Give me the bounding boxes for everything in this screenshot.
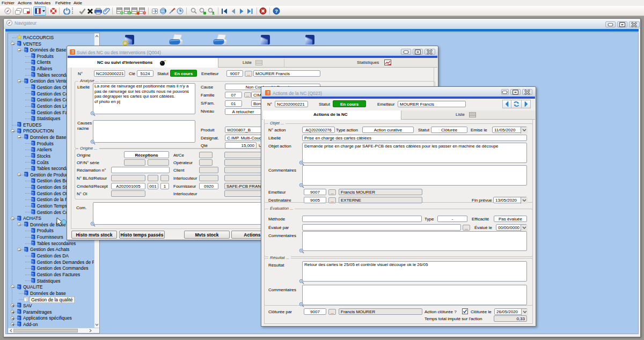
svg-text:?: ?: [275, 9, 278, 14]
